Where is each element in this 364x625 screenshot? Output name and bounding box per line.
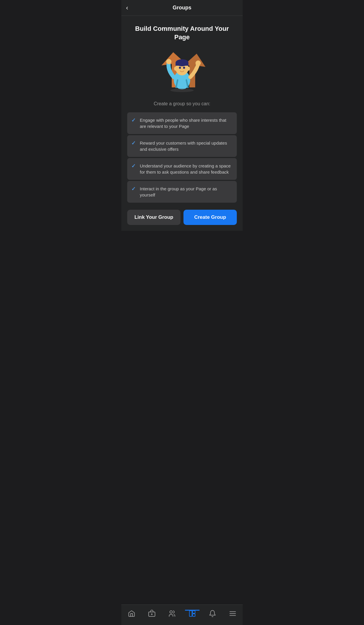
feature-text-3: Understand your audience by creating a s… (140, 163, 233, 175)
check-icon-1: ✓ (131, 117, 136, 124)
back-button[interactable]: ‹ (126, 4, 128, 12)
button-row: Link Your Group Create Group (127, 210, 237, 225)
svg-point-10 (183, 67, 185, 69)
create-group-button[interactable]: Create Group (183, 210, 237, 225)
feature-item-4: ✓ Interact in the group as your Page or … (127, 181, 237, 203)
svg-point-13 (170, 89, 194, 92)
svg-point-11 (166, 59, 171, 64)
feature-item-3: ✓ Understand your audience by creating a… (127, 158, 237, 180)
subtitle: Create a group so you can: (127, 101, 237, 106)
check-icon-2: ✓ (131, 140, 136, 147)
feature-item-1: ✓ Engage with people who share interests… (127, 112, 237, 134)
svg-point-8 (187, 67, 190, 71)
svg-point-7 (174, 67, 177, 71)
feature-text-2: Reward your customers with special updat… (140, 140, 233, 152)
feature-item-2: ✓ Reward your customers with special upd… (127, 135, 237, 157)
illustration-container (127, 48, 237, 95)
header: ‹ Groups (121, 0, 243, 16)
page-title: Build Community Around Your Page (127, 25, 237, 41)
link-your-group-button[interactable]: Link Your Group (127, 210, 181, 225)
header-title: Groups (173, 5, 191, 11)
dark-area (121, 231, 243, 289)
community-illustration (156, 49, 208, 95)
feature-list: ✓ Engage with people who share interests… (127, 112, 237, 203)
svg-point-12 (195, 60, 201, 66)
main-content: Build Community Around Your Page (121, 16, 243, 231)
svg-point-9 (179, 67, 181, 69)
check-icon-3: ✓ (131, 163, 136, 170)
feature-text-1: Engage with people who share interests t… (140, 117, 233, 129)
check-icon-4: ✓ (131, 186, 136, 192)
svg-rect-6 (176, 63, 188, 66)
feature-text-4: Interact in the group as your Page or as… (140, 186, 233, 198)
